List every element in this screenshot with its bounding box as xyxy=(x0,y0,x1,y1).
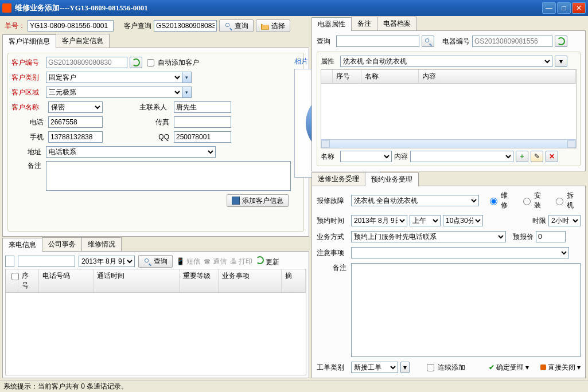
cust-type-label: 客户类别 xyxy=(11,73,44,83)
sms-button[interactable]: 📱 短信 xyxy=(176,257,200,266)
order-type-label: 工单类别 xyxy=(317,363,349,373)
duration-select[interactable]: 2小时 xyxy=(548,215,581,226)
contact-field[interactable] xyxy=(174,101,231,113)
order-no-field[interactable] xyxy=(28,20,114,32)
check-icon: ✔ xyxy=(489,363,494,371)
th-flag xyxy=(321,70,333,83)
eq-add-button[interactable]: + xyxy=(516,151,528,162)
th-time: 通话时间 xyxy=(94,269,180,292)
appoint-date-select[interactable]: 2013年 8月 9日 xyxy=(351,215,407,226)
attr-extra-button[interactable]: ▾ xyxy=(555,56,567,67)
query-button[interactable]: 查询 xyxy=(219,19,254,32)
auto-add-checkbox[interactable]: 自动添加客户 xyxy=(145,57,199,68)
equip-scrollbar[interactable] xyxy=(321,139,576,148)
tab-repair-status[interactable]: 维修情况 xyxy=(81,237,122,251)
th-summary: 摘 xyxy=(282,269,306,292)
delete-icon: ✕ xyxy=(548,152,556,160)
radio-install[interactable]: 安装 xyxy=(520,191,548,210)
quote-field[interactable] xyxy=(536,231,566,242)
note-select[interactable] xyxy=(351,247,569,258)
equip-query-button[interactable] xyxy=(422,36,434,47)
contact-label: 主联系人 xyxy=(139,103,172,112)
cust-id-field[interactable] xyxy=(46,57,127,68)
radio-repair[interactable]: 维修 xyxy=(487,191,515,210)
tab-equip-remark[interactable]: 备注 xyxy=(351,17,377,30)
add-cust-info-button[interactable]: 添加客户信息 xyxy=(227,194,289,207)
equip-refresh-button[interactable] xyxy=(555,36,567,47)
fault-label: 报修故障 xyxy=(317,196,349,206)
cust-area-select[interactable]: 三元极第 xyxy=(46,87,182,98)
tab-company[interactable]: 公司事务 xyxy=(42,237,82,251)
note-label: 注意事项 xyxy=(317,248,349,258)
call-search-field[interactable] xyxy=(18,256,75,267)
cust-query-field[interactable] xyxy=(154,20,217,32)
fault-select[interactable]: 洗衣机 全自动洗衣机 xyxy=(351,195,479,206)
call-date-select[interactable]: 2013年 8月 9日 xyxy=(79,256,135,267)
quote-label: 预报价 xyxy=(513,232,534,242)
qq-label: QQ xyxy=(139,133,172,141)
statusbar: 系统提示：当前客户共有 0 条通话记录。 xyxy=(0,381,588,392)
direct-close-button[interactable]: 直接关闭 ▾ xyxy=(540,363,581,373)
qq-field[interactable] xyxy=(174,131,231,143)
close-button[interactable]: ✕ xyxy=(572,2,586,14)
equip-no-field[interactable] xyxy=(472,36,552,47)
th-check[interactable] xyxy=(6,269,18,292)
th-eq-no: 序号 xyxy=(333,70,361,83)
tab-cust-detail[interactable]: 客户详细信息 xyxy=(2,34,56,48)
window-title: 维修业务添加----YG13-0809-081556-0001 xyxy=(15,3,542,13)
eq-delete-button[interactable]: ✕ xyxy=(546,151,558,162)
attr-select[interactable]: 洗衣机 全自动洗衣机 xyxy=(340,56,552,67)
tab-cust-custom[interactable]: 客户自定信息 xyxy=(56,34,110,48)
tab-equip-archive[interactable]: 电器档案 xyxy=(377,17,417,30)
cust-type-extra-button[interactable]: ▾ xyxy=(182,72,192,83)
phone-field[interactable] xyxy=(48,116,103,128)
maximize-button[interactable]: □ xyxy=(557,2,571,14)
refresh-icon xyxy=(557,37,565,45)
tab-biz-send[interactable]: 送修业务受理 xyxy=(311,172,365,186)
cust-area-label: 客户区域 xyxy=(11,88,44,97)
appoint-time-label: 预约时间 xyxy=(317,216,349,226)
equip-query-label: 查询 xyxy=(317,37,334,46)
cust-type-select[interactable]: 固定客户 xyxy=(46,72,182,83)
minimize-button[interactable]: — xyxy=(542,2,556,14)
appoint-hm-select[interactable]: 10点30分 xyxy=(443,215,483,226)
fax-label: 传真 xyxy=(139,117,172,127)
order-type-extra-button[interactable]: ▾ xyxy=(400,362,410,373)
order-type-select[interactable]: 新接工单 xyxy=(351,362,398,373)
cust-name-label: 客户名称 xyxy=(11,103,46,112)
mobile-field[interactable] xyxy=(48,131,103,143)
order-no-label: 单号： xyxy=(5,21,25,31)
continuous-add-checkbox[interactable]: 连续添加 xyxy=(425,362,465,373)
confirm-accept-button[interactable]: ✔确定受理 ▾ xyxy=(489,363,529,373)
page-field[interactable] xyxy=(5,256,14,267)
eq-edit-button[interactable]: ✎ xyxy=(531,151,543,162)
app-icon xyxy=(2,3,11,13)
tab-call-info[interactable]: 来电信息 xyxy=(2,238,42,252)
refresh-cust-id-button[interactable] xyxy=(130,57,142,68)
eq-content-select[interactable] xyxy=(410,151,513,162)
eq-name-select[interactable] xyxy=(340,151,392,162)
equip-no-label: 电器编号 xyxy=(442,37,470,46)
duration-label: 时限 xyxy=(532,216,546,226)
refresh-button[interactable]: 更新 xyxy=(256,256,279,267)
equip-query-field[interactable] xyxy=(336,36,419,47)
call-query-button[interactable]: 查询 xyxy=(138,255,173,268)
biz-mode-select[interactable]: 预约上门服务时先电话联系 xyxy=(351,231,506,242)
tab-biz-appoint[interactable]: 预约业务受理 xyxy=(365,173,419,186)
biz-remark-textarea[interactable] xyxy=(351,263,581,357)
cust-name-select[interactable]: 保密 xyxy=(48,101,103,113)
biz-remark-label: 备注 xyxy=(317,263,349,273)
select-button[interactable]: 选择 xyxy=(256,19,290,32)
tab-equip-props[interactable]: 电器属性 xyxy=(311,17,352,31)
appoint-ampm-select[interactable]: 上午 xyxy=(410,215,441,226)
fax-field[interactable] xyxy=(174,116,231,128)
open-icon xyxy=(261,24,269,30)
addr-select[interactable]: 电话联系 xyxy=(46,146,216,158)
comm-button[interactable]: ☎ 通信 xyxy=(204,257,226,266)
radio-remove[interactable]: 拆机 xyxy=(553,191,581,210)
cust-remark-textarea[interactable] xyxy=(46,161,291,191)
close-dot-icon xyxy=(540,364,546,370)
print-button[interactable]: 🖶 打印 xyxy=(230,257,252,266)
cust-area-extra-button[interactable]: ▾ xyxy=(182,87,192,98)
mobile-label: 手机 xyxy=(11,132,46,142)
